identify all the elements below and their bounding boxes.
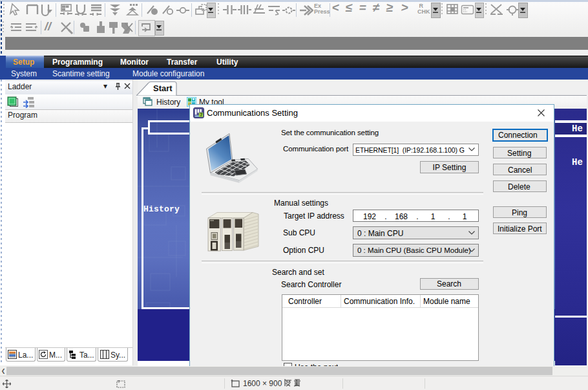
- svg-text:7: 7: [200, 112, 202, 118]
